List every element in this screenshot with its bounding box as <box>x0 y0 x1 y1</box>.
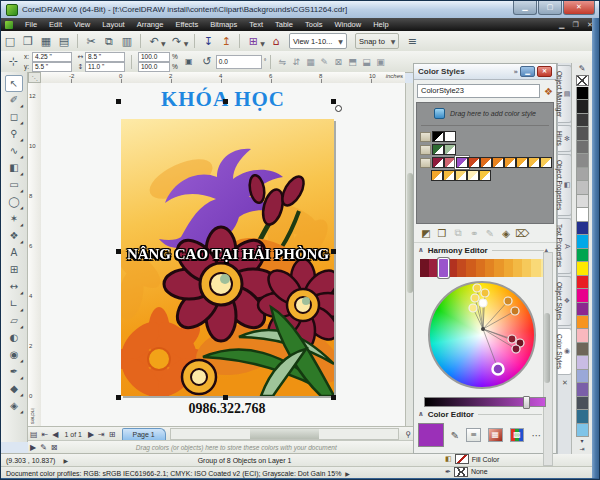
palette-color-swatch[interactable] <box>576 114 589 127</box>
color-style-dropzone[interactable]: Drag here to add color style <box>416 102 554 224</box>
ruler-origin[interactable]: ⋱ <box>28 72 41 83</box>
selection-handle[interactable] <box>331 395 336 400</box>
delete-style-button[interactable]: ⌦ <box>514 228 530 239</box>
color-style-swatch[interactable] <box>444 157 456 168</box>
palette-color-swatch[interactable] <box>576 316 589 329</box>
shape-tool[interactable]: ✐◢ <box>5 92 23 109</box>
menu-window[interactable]: Window <box>328 20 367 29</box>
object-height-input[interactable]: 11.0 " <box>85 62 125 72</box>
drop-shadow-tool[interactable]: ▱◢ <box>5 313 23 330</box>
palette-color-swatch[interactable] <box>576 127 589 140</box>
color-style-swatch[interactable] <box>456 157 468 168</box>
palette-color-swatch[interactable] <box>576 343 589 356</box>
flyout-arrow-icon[interactable]: ▶ <box>345 470 350 477</box>
pick-tool[interactable]: ↖ <box>5 75 23 92</box>
palette-color-swatch[interactable] <box>576 195 589 208</box>
rectangle-tool[interactable]: ▭◢ <box>5 177 23 194</box>
rotation-handle[interactable] <box>335 105 342 112</box>
harmony-color-segment[interactable] <box>466 259 475 277</box>
palette-color-swatch[interactable] <box>576 383 589 396</box>
color-editor-header[interactable]: ∧ Color Editor ✕ <box>414 407 556 421</box>
canvas-middle-text[interactable]: NÂNG CAO TẠI HẢI PHÒNG <box>46 246 405 263</box>
palette-color-swatch[interactable] <box>576 303 589 316</box>
harmony-strip[interactable] <box>420 259 550 277</box>
redo-button[interactable]: ↷ <box>169 34 185 49</box>
harmony-color-segment[interactable] <box>513 259 522 277</box>
menu-arrange[interactable]: Arrange <box>131 20 170 29</box>
connector-tool[interactable]: ∟◢ <box>5 296 23 313</box>
table-tool[interactable]: ⊞ <box>5 262 23 279</box>
eyedropper-icon[interactable]: ✎ <box>451 430 459 441</box>
previous-page-button[interactable]: ◀ <box>52 430 58 439</box>
application-launcher-button[interactable]: ⊞ <box>245 34 261 49</box>
fill-color-swatch[interactable] <box>455 454 469 464</box>
new-document-button[interactable]: □ <box>2 34 18 49</box>
to-back-icon[interactable]: ⬓ <box>359 57 373 67</box>
scrollbar-thumb[interactable] <box>544 313 550 383</box>
mirror-horizontal-icon[interactable]: ⇋ <box>275 57 289 67</box>
eyedropper-icon[interactable]: ✎ <box>40 443 47 452</box>
basic-shapes-tool[interactable]: ❖◢ <box>5 228 23 245</box>
tab-object-properties[interactable]: ◧Object Properties <box>558 154 572 216</box>
tab-text-properties[interactable]: AText Properties <box>558 218 572 273</box>
open-button[interactable]: ❒ <box>20 34 36 49</box>
tab-object-styles[interactable]: ❖Object Styles <box>558 276 572 326</box>
harmony-folder-icon[interactable] <box>420 145 431 155</box>
fill-tool[interactable]: ◆◢ <box>5 381 23 398</box>
color-style-swatch[interactable] <box>467 170 479 181</box>
color-style-swatch[interactable] <box>540 157 552 168</box>
palette-color-swatch[interactable] <box>576 329 589 342</box>
color-style-swatch[interactable] <box>528 157 540 168</box>
menu-table[interactable]: Table <box>269 20 299 29</box>
palette-color-swatch[interactable] <box>576 141 589 154</box>
selection-handle[interactable] <box>116 99 121 104</box>
palette-expand-button[interactable]: ⇥ <box>579 445 584 453</box>
color-style-swatch[interactable] <box>516 157 528 168</box>
harmony-node[interactable] <box>479 299 487 307</box>
no-color-swatch[interactable] <box>576 75 589 86</box>
close-docker-tab-button[interactable]: ✕ <box>558 379 572 387</box>
palette-color-swatch[interactable] <box>576 397 589 410</box>
harmony-node[interactable] <box>504 297 512 305</box>
menu-effects[interactable]: Effects <box>169 20 204 29</box>
drawing-canvas[interactable]: KHÓA HỌC NÂNG CAO TẠI HẢI PHÒNG 0986.322… <box>41 83 405 426</box>
color-style-swatch[interactable] <box>480 157 492 168</box>
brightness-slider[interactable] <box>424 397 546 407</box>
more-options-icon[interactable]: ⋯ <box>531 430 541 441</box>
new-color-style-button[interactable]: ◩ <box>418 228 434 239</box>
menu-tools[interactable]: Tools <box>299 20 329 29</box>
to-front-icon[interactable]: ⬒ <box>345 57 359 67</box>
options-button[interactable]: ≡ <box>404 34 420 49</box>
menu-edit[interactable]: Edit <box>43 20 68 29</box>
no-color-icon[interactable]: ⊠ <box>51 443 58 452</box>
harmony-node[interactable] <box>471 294 479 302</box>
harmony-node[interactable] <box>512 345 520 353</box>
add-page-button[interactable]: ⊞ <box>109 430 116 439</box>
harmony-color-segment[interactable] <box>448 259 457 277</box>
rotation-angle-input[interactable]: 0.0 <box>216 55 262 69</box>
palette-flyout-button[interactable]: ▶ <box>30 443 36 452</box>
harmony-color-segment[interactable] <box>476 259 485 277</box>
color-eyedropper-tool[interactable]: ◉◢ <box>5 347 23 364</box>
harmony-node[interactable] <box>473 284 481 292</box>
color-sliders-button[interactable]: ≡ <box>466 428 481 442</box>
scale-y-input[interactable]: 100.0 <box>138 62 170 72</box>
docker-minimize-button[interactable]: ▁ <box>520 66 535 77</box>
palette-color-swatch[interactable] <box>576 181 589 194</box>
crop-tool[interactable]: ◻◢ <box>5 109 23 126</box>
scrollbar-thumb[interactable] <box>250 429 318 439</box>
first-page-button[interactable]: ⇤ <box>42 430 49 439</box>
palette-color-swatch[interactable] <box>576 356 589 369</box>
docker-flyout-icon[interactable]: » <box>513 68 518 76</box>
next-page-button[interactable]: ▶ <box>88 430 94 439</box>
color-style-swatch[interactable] <box>444 131 456 142</box>
color-style-swatch[interactable] <box>444 144 456 155</box>
harmony-node[interactable] <box>469 304 477 312</box>
dimension-tool[interactable]: ↔◢ <box>5 279 23 296</box>
smart-fill-tool[interactable]: ◧◢ <box>5 160 23 177</box>
harmony-color-segment[interactable] <box>531 259 540 277</box>
style-name-input[interactable]: ColorStyle23 <box>417 84 540 98</box>
palette-color-swatch[interactable] <box>576 424 589 437</box>
color-style-swatch[interactable] <box>432 144 444 155</box>
horizontal-scrollbar[interactable] <box>170 428 399 440</box>
